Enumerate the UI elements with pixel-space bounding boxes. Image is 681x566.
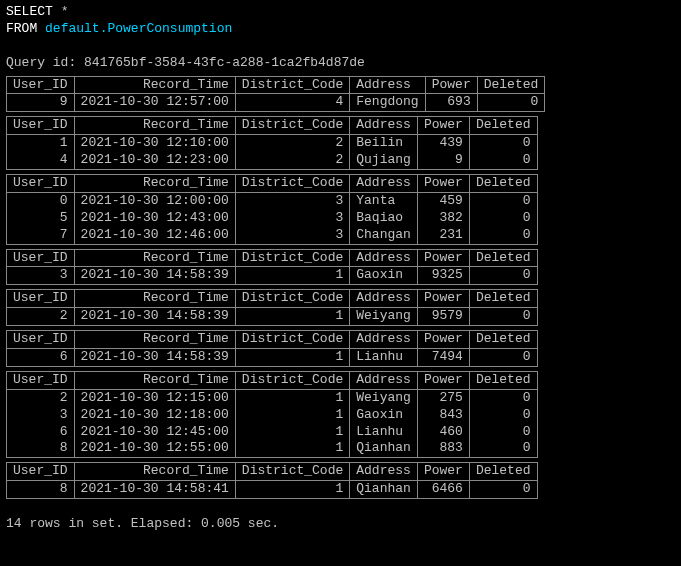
cell-user_id: 3 <box>7 267 75 285</box>
cell-address: Baqiao <box>350 210 418 227</box>
cell-power: 843 <box>417 407 469 424</box>
cell-deleted: 0 <box>469 349 537 367</box>
result-block: User_IDRecord_TimeDistrict_CodeAddressPo… <box>6 76 675 113</box>
cell-address: Lianhu <box>350 424 418 441</box>
column-header: Power <box>417 331 469 349</box>
column-header: Deleted <box>469 290 537 308</box>
cell-district_code: 3 <box>235 227 349 244</box>
column-header: District_Code <box>235 249 349 267</box>
query-id-value: 841765bf-3584-43fc-a288-1ca2fb4d87de <box>84 55 365 70</box>
cell-deleted: 0 <box>469 267 537 285</box>
table-row: 52021-10-30 12:43:003Baqiao3820 <box>7 210 538 227</box>
cell-deleted: 0 <box>469 481 537 499</box>
sql-line-2: FROM default.PowerConsumption <box>6 21 675 38</box>
column-header: Record_Time <box>74 290 235 308</box>
cell-user_id: 1 <box>7 135 75 152</box>
cell-deleted: 0 <box>469 308 537 326</box>
result-block: User_IDRecord_TimeDistrict_CodeAddressPo… <box>6 116 675 170</box>
column-header: Record_Time <box>74 463 235 481</box>
cell-user_id: 9 <box>7 94 75 112</box>
cell-district_code: 3 <box>235 192 349 209</box>
cell-district_code: 1 <box>235 349 349 367</box>
cell-district_code: 1 <box>235 389 349 406</box>
cell-district_code: 1 <box>235 481 349 499</box>
cell-power: 231 <box>417 227 469 244</box>
cell-record_time: 2021-10-30 14:58:39 <box>74 308 235 326</box>
table-row: 32021-10-30 14:58:391Gaoxin93250 <box>7 267 538 285</box>
cell-record_time: 2021-10-30 12:55:00 <box>74 440 235 457</box>
cell-district_code: 1 <box>235 440 349 457</box>
cell-record_time: 2021-10-30 14:58:39 <box>74 267 235 285</box>
table-row: 72021-10-30 12:46:003Changan2310 <box>7 227 538 244</box>
column-header: Address <box>350 371 418 389</box>
cell-district_code: 1 <box>235 407 349 424</box>
table-row: 32021-10-30 12:18:001Gaoxin8430 <box>7 407 538 424</box>
column-header: Deleted <box>469 371 537 389</box>
terminal-output: SELECT * FROM default.PowerConsumption Q… <box>0 0 681 537</box>
column-header: Record_Time <box>74 76 235 94</box>
cell-address: Gaoxin <box>350 267 418 285</box>
footer-line: 14 rows in set. Elapsed: 0.005 sec. <box>6 516 675 533</box>
cell-user_id: 2 <box>7 389 75 406</box>
table-identifier: default.PowerConsumption <box>45 21 232 36</box>
result-table: User_IDRecord_TimeDistrict_CodeAddressPo… <box>6 371 538 458</box>
table-row: 82021-10-30 14:58:411Qianhan64660 <box>7 481 538 499</box>
cell-user_id: 4 <box>7 152 75 169</box>
cell-deleted: 0 <box>469 227 537 244</box>
cell-user_id: 6 <box>7 349 75 367</box>
cell-user_id: 7 <box>7 227 75 244</box>
column-header: User_ID <box>7 463 75 481</box>
table-row: 92021-10-30 12:57:004Fengdong6930 <box>7 94 545 112</box>
cell-record_time: 2021-10-30 12:18:00 <box>74 407 235 424</box>
cell-address: Yanta <box>350 192 418 209</box>
column-header: Record_Time <box>74 371 235 389</box>
blank-line <box>6 499 675 516</box>
cell-address: Qianhan <box>350 481 418 499</box>
cell-user_id: 8 <box>7 440 75 457</box>
column-header: User_ID <box>7 249 75 267</box>
cell-address: Changan <box>350 227 418 244</box>
cell-record_time: 2021-10-30 12:46:00 <box>74 227 235 244</box>
column-header: User_ID <box>7 290 75 308</box>
cell-district_code: 3 <box>235 210 349 227</box>
column-header: Power <box>417 249 469 267</box>
result-block: User_IDRecord_TimeDistrict_CodeAddressPo… <box>6 174 675 245</box>
column-header: Record_Time <box>74 175 235 193</box>
result-table: User_IDRecord_TimeDistrict_CodeAddressPo… <box>6 289 538 326</box>
cell-address: Beilin <box>350 135 418 152</box>
cell-deleted: 0 <box>477 94 545 112</box>
cell-record_time: 2021-10-30 12:15:00 <box>74 389 235 406</box>
cell-district_code: 1 <box>235 424 349 441</box>
cell-deleted: 0 <box>469 135 537 152</box>
cell-deleted: 0 <box>469 192 537 209</box>
cell-record_time: 2021-10-30 12:00:00 <box>74 192 235 209</box>
cell-user_id: 8 <box>7 481 75 499</box>
cell-deleted: 0 <box>469 210 537 227</box>
cell-deleted: 0 <box>469 407 537 424</box>
table-row: 62021-10-30 12:45:001Lianhu4600 <box>7 424 538 441</box>
cell-record_time: 2021-10-30 14:58:41 <box>74 481 235 499</box>
column-header: Power <box>417 290 469 308</box>
column-header: Address <box>350 175 418 193</box>
column-header: User_ID <box>7 331 75 349</box>
cell-power: 459 <box>417 192 469 209</box>
table-row: 02021-10-30 12:00:003Yanta4590 <box>7 192 538 209</box>
blank-line <box>6 38 675 55</box>
cell-user_id: 0 <box>7 192 75 209</box>
cell-power: 6466 <box>417 481 469 499</box>
column-header: District_Code <box>235 76 349 94</box>
cell-district_code: 1 <box>235 267 349 285</box>
column-header: Deleted <box>469 249 537 267</box>
table-row: 22021-10-30 14:58:391Weiyang95790 <box>7 308 538 326</box>
from-keyword: FROM <box>6 21 37 36</box>
cell-address: Qianhan <box>350 440 418 457</box>
column-header: Deleted <box>469 175 537 193</box>
cell-user_id: 5 <box>7 210 75 227</box>
column-header: District_Code <box>235 117 349 135</box>
cell-record_time: 2021-10-30 12:45:00 <box>74 424 235 441</box>
table-row: 62021-10-30 14:58:391Lianhu74940 <box>7 349 538 367</box>
column-header: Deleted <box>477 76 545 94</box>
cell-record_time: 2021-10-30 14:58:39 <box>74 349 235 367</box>
select-keyword: SELECT <box>6 4 53 19</box>
result-block: User_IDRecord_TimeDistrict_CodeAddressPo… <box>6 249 675 286</box>
